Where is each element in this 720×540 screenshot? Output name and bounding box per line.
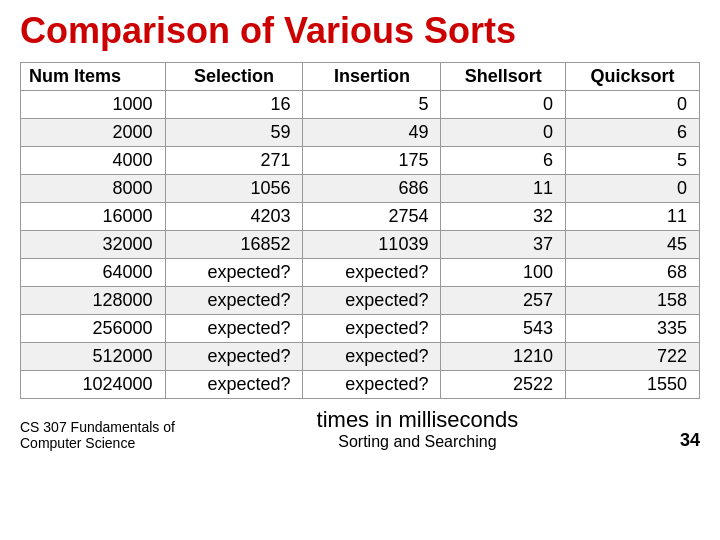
cell-r6-c1: expected?	[165, 259, 303, 287]
table-row: 2000594906	[21, 119, 700, 147]
cell-r8-c0: 256000	[21, 315, 166, 343]
cell-r0-c1: 16	[165, 91, 303, 119]
footer-page-number: 34	[660, 430, 700, 451]
footer-left: CS 307 Fundamentals of Computer Science	[20, 419, 175, 451]
cell-r1-c4: 6	[566, 119, 700, 147]
cell-r5-c0: 32000	[21, 231, 166, 259]
cell-r7-c1: expected?	[165, 287, 303, 315]
cell-r10-c0: 1024000	[21, 371, 166, 399]
col-header-insertion: Insertion	[303, 63, 441, 91]
cell-r8-c2: expected?	[303, 315, 441, 343]
cell-r7-c4: 158	[566, 287, 700, 315]
cell-r2-c1: 271	[165, 147, 303, 175]
cell-r1-c3: 0	[441, 119, 566, 147]
table-row: 256000expected?expected?543335	[21, 315, 700, 343]
cell-r1-c1: 59	[165, 119, 303, 147]
table-row: 512000expected?expected?1210722	[21, 343, 700, 371]
cell-r3-c0: 8000	[21, 175, 166, 203]
cell-r1-c0: 2000	[21, 119, 166, 147]
comparison-table: Num Items Selection Insertion Shellsort …	[20, 62, 700, 399]
footer: CS 307 Fundamentals of Computer Science …	[20, 407, 700, 451]
cell-r4-c3: 32	[441, 203, 566, 231]
cell-r9-c1: expected?	[165, 343, 303, 371]
cell-r5-c4: 45	[566, 231, 700, 259]
table-row: 1024000expected?expected?25221550	[21, 371, 700, 399]
cell-r10-c3: 2522	[441, 371, 566, 399]
cell-r4-c2: 2754	[303, 203, 441, 231]
cell-r4-c4: 11	[566, 203, 700, 231]
cell-r2-c0: 4000	[21, 147, 166, 175]
cell-r3-c1: 1056	[165, 175, 303, 203]
cell-r0-c4: 0	[566, 91, 700, 119]
cell-r5-c3: 37	[441, 231, 566, 259]
table-row: 3200016852110393745	[21, 231, 700, 259]
cell-r8-c4: 335	[566, 315, 700, 343]
table-row: 16000420327543211	[21, 203, 700, 231]
table-row: 80001056686110	[21, 175, 700, 203]
cell-r6-c3: 100	[441, 259, 566, 287]
cell-r0-c0: 1000	[21, 91, 166, 119]
cell-r9-c2: expected?	[303, 343, 441, 371]
cell-r2-c3: 6	[441, 147, 566, 175]
page-title: Comparison of Various Sorts	[20, 10, 700, 52]
cell-r0-c2: 5	[303, 91, 441, 119]
cell-r6-c0: 64000	[21, 259, 166, 287]
cell-r2-c4: 5	[566, 147, 700, 175]
col-header-numitems: Num Items	[21, 63, 166, 91]
cell-r10-c1: expected?	[165, 371, 303, 399]
cell-r6-c4: 68	[566, 259, 700, 287]
cell-r9-c0: 512000	[21, 343, 166, 371]
cell-r0-c3: 0	[441, 91, 566, 119]
cell-r10-c2: expected?	[303, 371, 441, 399]
cell-r9-c3: 1210	[441, 343, 566, 371]
table-row: 128000expected?expected?257158	[21, 287, 700, 315]
table-row: 400027117565	[21, 147, 700, 175]
cell-r5-c2: 11039	[303, 231, 441, 259]
cell-r2-c2: 175	[303, 147, 441, 175]
cell-r5-c1: 16852	[165, 231, 303, 259]
cell-r4-c0: 16000	[21, 203, 166, 231]
table-header-row: Num Items Selection Insertion Shellsort …	[21, 63, 700, 91]
col-header-selection: Selection	[165, 63, 303, 91]
cell-r3-c2: 686	[303, 175, 441, 203]
footer-left-line1: CS 307 Fundamentals of	[20, 419, 175, 435]
cell-r7-c3: 257	[441, 287, 566, 315]
cell-r9-c4: 722	[566, 343, 700, 371]
footer-center-subtitle: Sorting and Searching	[338, 433, 496, 451]
cell-r8-c3: 543	[441, 315, 566, 343]
cell-r8-c1: expected?	[165, 315, 303, 343]
cell-r6-c2: expected?	[303, 259, 441, 287]
col-header-quicksort: Quicksort	[566, 63, 700, 91]
cell-r7-c0: 128000	[21, 287, 166, 315]
cell-r3-c3: 11	[441, 175, 566, 203]
col-header-shellsort: Shellsort	[441, 63, 566, 91]
table-row: 100016500	[21, 91, 700, 119]
cell-r3-c4: 0	[566, 175, 700, 203]
cell-r10-c4: 1550	[566, 371, 700, 399]
footer-center-times: times in milliseconds	[317, 407, 519, 433]
table-row: 64000expected?expected?10068	[21, 259, 700, 287]
page: Comparison of Various Sorts Num Items Se…	[0, 0, 720, 540]
cell-r1-c2: 49	[303, 119, 441, 147]
cell-r4-c1: 4203	[165, 203, 303, 231]
footer-left-line2: Computer Science	[20, 435, 175, 451]
cell-r7-c2: expected?	[303, 287, 441, 315]
